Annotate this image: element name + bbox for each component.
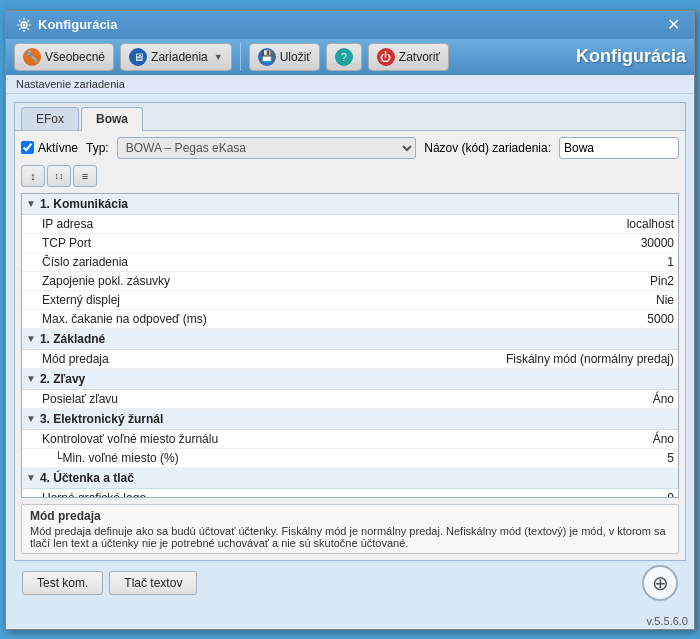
tabs-panel: EFox Bowa Aktívne Typ: BOWA – Pegas eKas… [14, 102, 686, 561]
section-komunikacia[interactable]: ▼ 1. Komunikácia [22, 194, 678, 215]
row-horne-logo: Horné grafické logo0 [22, 489, 678, 498]
help-button[interactable]: ? [326, 43, 362, 71]
zoom-area: ⊕ [642, 565, 678, 601]
toolbar: 🔧 Všeobecné 🖥 Zariadenia ▼ 💾 Uložiť ? ⏻ … [6, 39, 694, 75]
row-posielat-zlavu: Posielať zľavuÁno [22, 390, 678, 409]
bottom-bar: Test kom. Tlač textov ⊕ [14, 561, 686, 605]
vseobecne-button[interactable]: 🔧 Všeobecné [14, 43, 114, 71]
komunikacia-label: 1. Komunikácia [40, 197, 128, 211]
small-btn-1[interactable]: ↕ [21, 165, 45, 187]
row-externy-displej: Externý displejNie [22, 291, 678, 310]
main-window: Konfigurácia ✕ 🔧 Všeobecné 🖥 Zariadenia … [5, 10, 695, 630]
zakladne-arrow: ▼ [26, 333, 36, 344]
small-toolbar: ↕ ↕↕ ≡ [21, 165, 679, 187]
active-label: Aktívne [38, 141, 78, 155]
zakladne-label: 1. Základné [40, 332, 105, 346]
close-button[interactable]: ✕ [663, 17, 684, 33]
breadcrumb: Nastavenie zariadenia [6, 75, 694, 94]
config-icon [16, 17, 32, 33]
window-title: Konfigurácia [38, 17, 117, 32]
type-label: Typ: [86, 141, 109, 155]
device-type-select[interactable]: BOWA – Pegas eKasa [117, 137, 417, 159]
zariadenia-label: Zariadenia [151, 50, 208, 64]
tlac-textov-button[interactable]: Tlač textov [109, 571, 197, 595]
section-zlavy[interactable]: ▼ 2. Zľavy [22, 369, 678, 390]
ulozit-icon: 💾 [258, 48, 276, 66]
svg-point-1 [23, 23, 26, 26]
name-label: Názov (kód) zariadenia: [424, 141, 551, 155]
row-kontrolovat-miesto: Kontrolovať voľné miesto žurnáluÁno [22, 430, 678, 449]
tab-bowa[interactable]: Bowa [81, 107, 143, 131]
row-min-volne-miesto: └Min. voľné miesto (%)5 [22, 449, 678, 468]
info-title: Mód predaja [30, 509, 670, 523]
zatvorit-icon: ⏻ [377, 48, 395, 66]
tab-efox[interactable]: EFox [21, 107, 79, 130]
info-panel: Mód predaja Mód predaja definuje ako sa … [21, 504, 679, 554]
zariadenia-button[interactable]: 🖥 Zariadenia ▼ [120, 43, 232, 71]
help-icon: ? [335, 48, 353, 66]
info-text: Mód predaja definuje ako sa budú účtovať… [30, 525, 670, 549]
name-input[interactable] [559, 137, 679, 159]
section-zakladne[interactable]: ▼ 1. Základné [22, 329, 678, 350]
content-area: EFox Bowa Aktívne Typ: BOWA – Pegas eKas… [6, 94, 694, 613]
tabs-header: EFox Bowa [15, 103, 685, 131]
zlavy-arrow: ▼ [26, 373, 36, 384]
small-btn-2[interactable]: ↕↕ [47, 165, 71, 187]
ulozit-button[interactable]: 💾 Uložiť [249, 43, 320, 71]
tab-bowa-content: Aktívne Typ: BOWA – Pegas eKasa Názov (k… [15, 131, 685, 560]
ulozit-label: Uložiť [280, 50, 311, 64]
zlavy-label: 2. Zľavy [40, 372, 85, 386]
zoom-icon[interactable]: ⊕ [642, 565, 678, 601]
title-bar-left: Konfigurácia [16, 17, 117, 33]
vseobecne-icon: 🔧 [23, 48, 41, 66]
active-checkbox-label[interactable]: Aktívne [21, 141, 78, 155]
title-bar: Konfigurácia ✕ [6, 11, 694, 39]
zatvorit-button[interactable]: ⏻ Zatvoriť [368, 43, 449, 71]
zurnal-label: 3. Elektronický žurnál [40, 412, 163, 426]
zurnal-arrow: ▼ [26, 413, 36, 424]
version-text: v.5.5.6.0 [6, 613, 694, 629]
toolbar-title: Konfigurácia [576, 46, 686, 67]
tree-panel: ▼ 1. Komunikácia IP adresalocalhost TCP … [21, 193, 679, 498]
active-checkbox[interactable] [21, 141, 34, 154]
section-zurnal[interactable]: ▼ 3. Elektronický žurnál [22, 409, 678, 430]
row-ip-adresa: IP adresalocalhost [22, 215, 678, 234]
row-tcp-port: TCP Port30000 [22, 234, 678, 253]
toolbar-sep [240, 43, 241, 71]
zatvorit-label: Zatvoriť [399, 50, 440, 64]
komunikacia-arrow: ▼ [26, 198, 36, 209]
row-zapojenie: Zapojenie pokl. zásuvkyPin2 [22, 272, 678, 291]
row-mod-predaja: Mód predajaFiskálny mód (normálny predaj… [22, 350, 678, 369]
vseobecne-label: Všeobecné [45, 50, 105, 64]
zariadenia-dropdown-arrow: ▼ [214, 52, 223, 62]
small-btn-3[interactable]: ≡ [73, 165, 97, 187]
zariadenia-icon: 🖥 [129, 48, 147, 66]
section-uctenka[interactable]: ▼ 4. Účtenka a tlač [22, 468, 678, 489]
uctenka-label: 4. Účtenka a tlač [40, 471, 134, 485]
test-kom-button[interactable]: Test kom. [22, 571, 103, 595]
row-max-cakanie: Max. čakanie na odpoveď (ms)5000 [22, 310, 678, 329]
row-cislo-zariadenia: Číslo zariadenia1 [22, 253, 678, 272]
device-row: Aktívne Typ: BOWA – Pegas eKasa Názov (k… [21, 137, 679, 159]
bottom-buttons: Test kom. Tlač textov [22, 571, 197, 595]
uctenka-arrow: ▼ [26, 472, 36, 483]
